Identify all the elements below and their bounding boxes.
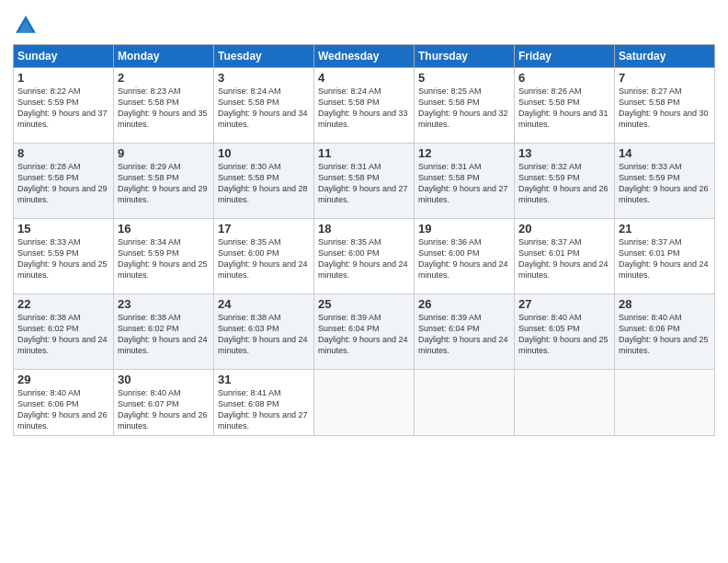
week-row-4: 22Sunrise: 8:38 AMSunset: 6:02 PMDayligh…: [14, 294, 715, 370]
cell-details: Sunrise: 8:41 AMSunset: 6:08 PMDaylight:…: [218, 387, 310, 432]
calendar-cell: 3Sunrise: 8:24 AMSunset: 5:58 PMDaylight…: [214, 68, 314, 144]
week-row-5: 29Sunrise: 8:40 AMSunset: 6:06 PMDayligh…: [14, 370, 715, 436]
day-number: 14: [619, 146, 711, 160]
col-header-sunday: Sunday: [14, 45, 114, 68]
cell-details: Sunrise: 8:23 AMSunset: 5:58 PMDaylight:…: [118, 86, 210, 131]
day-number: 10: [218, 146, 310, 160]
calendar-cell: 29Sunrise: 8:40 AMSunset: 6:06 PMDayligh…: [14, 370, 114, 436]
day-number: 22: [17, 297, 109, 311]
calendar-cell: 12Sunrise: 8:31 AMSunset: 5:58 PMDayligh…: [415, 144, 515, 219]
cell-details: Sunrise: 8:24 AMSunset: 5:58 PMDaylight:…: [318, 86, 410, 131]
calendar-cell: [515, 370, 615, 436]
calendar-cell: 9Sunrise: 8:29 AMSunset: 5:58 PMDaylight…: [114, 144, 214, 219]
cell-details: Sunrise: 8:33 AMSunset: 5:59 PMDaylight:…: [17, 236, 109, 282]
cell-details: Sunrise: 8:36 AMSunset: 6:00 PMDaylight:…: [418, 236, 510, 282]
calendar-cell: 26Sunrise: 8:39 AMSunset: 6:04 PMDayligh…: [415, 294, 515, 370]
cell-details: Sunrise: 8:33 AMSunset: 5:59 PMDaylight:…: [619, 161, 711, 206]
calendar-cell: 2Sunrise: 8:23 AMSunset: 5:58 PMDaylight…: [114, 68, 214, 144]
day-number: 15: [17, 222, 109, 236]
calendar-cell: 27Sunrise: 8:40 AMSunset: 6:05 PMDayligh…: [515, 294, 615, 370]
day-number: 24: [218, 297, 310, 311]
cell-details: Sunrise: 8:24 AMSunset: 5:58 PMDaylight:…: [218, 86, 310, 131]
col-header-thursday: Thursday: [415, 45, 515, 68]
cell-details: Sunrise: 8:31 AMSunset: 5:58 PMDaylight:…: [418, 161, 510, 206]
calendar-cell: 23Sunrise: 8:38 AMSunset: 6:02 PMDayligh…: [114, 294, 214, 370]
calendar-cell: 16Sunrise: 8:34 AMSunset: 5:59 PMDayligh…: [114, 219, 214, 294]
day-number: 31: [218, 373, 310, 386]
cell-details: Sunrise: 8:38 AMSunset: 6:03 PMDaylight:…: [218, 312, 310, 357]
header: [13, 9, 715, 39]
cell-details: Sunrise: 8:37 AMSunset: 6:01 PMDaylight:…: [518, 236, 610, 282]
calendar-cell: 22Sunrise: 8:38 AMSunset: 6:02 PMDayligh…: [14, 294, 114, 370]
day-number: 29: [17, 373, 109, 386]
calendar-cell: 6Sunrise: 8:26 AMSunset: 5:58 PMDaylight…: [515, 68, 615, 144]
cell-details: Sunrise: 8:38 AMSunset: 6:02 PMDaylight:…: [118, 312, 210, 357]
day-number: 28: [619, 297, 711, 311]
day-number: 27: [518, 297, 610, 311]
day-number: 12: [418, 146, 510, 160]
cell-details: Sunrise: 8:34 AMSunset: 5:59 PMDaylight:…: [118, 236, 210, 282]
cell-details: Sunrise: 8:39 AMSunset: 6:04 PMDaylight:…: [418, 312, 510, 357]
day-number: 7: [619, 71, 711, 85]
day-number: 1: [17, 71, 109, 85]
calendar-cell: 14Sunrise: 8:33 AMSunset: 5:59 PMDayligh…: [615, 144, 715, 219]
calendar-cell: 13Sunrise: 8:32 AMSunset: 5:59 PMDayligh…: [515, 144, 615, 219]
logo-icon: [13, 13, 39, 39]
calendar-cell: 19Sunrise: 8:36 AMSunset: 6:00 PMDayligh…: [415, 219, 515, 294]
calendar-cell: 24Sunrise: 8:38 AMSunset: 6:03 PMDayligh…: [214, 294, 314, 370]
calendar-cell: 15Sunrise: 8:33 AMSunset: 5:59 PMDayligh…: [14, 219, 114, 294]
day-number: 17: [218, 222, 310, 236]
page: SundayMondayTuesdayWednesdayThursdayFrid…: [0, 0, 728, 563]
cell-details: Sunrise: 8:38 AMSunset: 6:02 PMDaylight:…: [17, 312, 109, 357]
cell-details: Sunrise: 8:35 AMSunset: 6:00 PMDaylight:…: [218, 236, 310, 282]
calendar-cell: [615, 370, 715, 436]
calendar-cell: 31Sunrise: 8:41 AMSunset: 6:08 PMDayligh…: [214, 370, 314, 436]
cell-details: Sunrise: 8:40 AMSunset: 6:05 PMDaylight:…: [518, 312, 610, 357]
day-number: 23: [118, 297, 210, 311]
day-number: 4: [318, 71, 410, 85]
cell-details: Sunrise: 8:40 AMSunset: 6:06 PMDaylight:…: [619, 312, 711, 357]
cell-details: Sunrise: 8:37 AMSunset: 6:01 PMDaylight:…: [619, 236, 711, 282]
calendar-cell: 20Sunrise: 8:37 AMSunset: 6:01 PMDayligh…: [515, 219, 615, 294]
logo: [13, 13, 40, 39]
day-number: 25: [318, 297, 410, 311]
calendar-cell: [314, 370, 415, 436]
header-row: SundayMondayTuesdayWednesdayThursdayFrid…: [14, 45, 715, 68]
day-number: 3: [218, 71, 310, 85]
calendar-cell: 21Sunrise: 8:37 AMSunset: 6:01 PMDayligh…: [615, 219, 715, 294]
col-header-friday: Friday: [515, 45, 615, 68]
calendar-cell: 1Sunrise: 8:22 AMSunset: 5:59 PMDaylight…: [14, 68, 114, 144]
day-number: 21: [619, 222, 711, 236]
day-number: 8: [17, 146, 109, 160]
day-number: 11: [318, 146, 410, 160]
day-number: 16: [118, 222, 210, 236]
day-number: 18: [318, 222, 410, 236]
calendar-cell: 28Sunrise: 8:40 AMSunset: 6:06 PMDayligh…: [615, 294, 715, 370]
calendar-cell: 4Sunrise: 8:24 AMSunset: 5:58 PMDaylight…: [314, 68, 415, 144]
col-header-tuesday: Tuesday: [214, 45, 314, 68]
cell-details: Sunrise: 8:25 AMSunset: 5:58 PMDaylight:…: [418, 86, 510, 131]
day-number: 30: [118, 373, 210, 386]
calendar-table: SundayMondayTuesdayWednesdayThursdayFrid…: [13, 44, 715, 436]
col-header-wednesday: Wednesday: [314, 45, 415, 68]
calendar-cell: 5Sunrise: 8:25 AMSunset: 5:58 PMDaylight…: [415, 68, 515, 144]
week-row-2: 8Sunrise: 8:28 AMSunset: 5:58 PMDaylight…: [14, 144, 715, 219]
col-header-saturday: Saturday: [615, 45, 715, 68]
day-number: 13: [518, 146, 610, 160]
calendar-cell: 18Sunrise: 8:35 AMSunset: 6:00 PMDayligh…: [314, 219, 415, 294]
cell-details: Sunrise: 8:40 AMSunset: 6:07 PMDaylight:…: [118, 387, 210, 432]
day-number: 19: [418, 222, 510, 236]
week-row-3: 15Sunrise: 8:33 AMSunset: 5:59 PMDayligh…: [14, 219, 715, 294]
day-number: 6: [518, 71, 610, 85]
day-number: 5: [418, 71, 510, 85]
week-row-1: 1Sunrise: 8:22 AMSunset: 5:59 PMDaylight…: [14, 68, 715, 144]
cell-details: Sunrise: 8:31 AMSunset: 5:58 PMDaylight:…: [318, 161, 410, 206]
col-header-monday: Monday: [114, 45, 214, 68]
day-number: 20: [518, 222, 610, 236]
cell-details: Sunrise: 8:28 AMSunset: 5:58 PMDaylight:…: [17, 161, 109, 206]
day-number: 2: [118, 71, 210, 85]
cell-details: Sunrise: 8:27 AMSunset: 5:58 PMDaylight:…: [619, 86, 711, 131]
cell-details: Sunrise: 8:22 AMSunset: 5:59 PMDaylight:…: [17, 86, 109, 131]
day-number: 9: [118, 146, 210, 160]
calendar-cell: 10Sunrise: 8:30 AMSunset: 5:58 PMDayligh…: [214, 144, 314, 219]
